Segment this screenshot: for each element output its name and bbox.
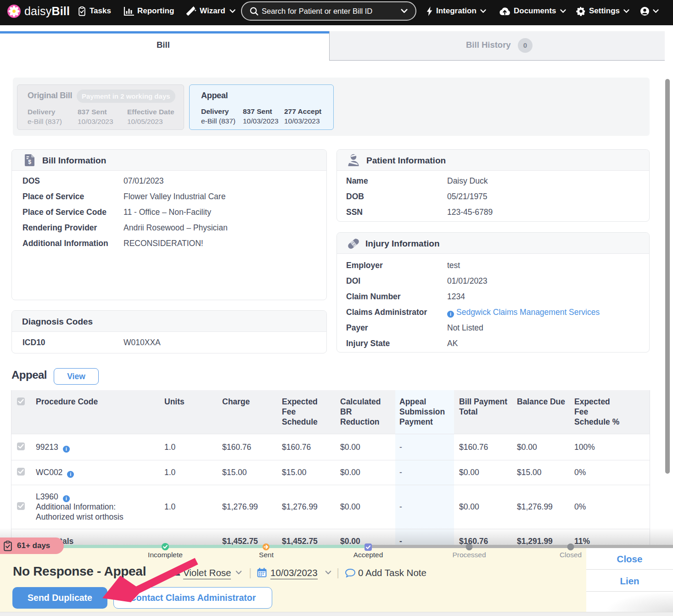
svg-text:$: $ bbox=[28, 159, 31, 165]
